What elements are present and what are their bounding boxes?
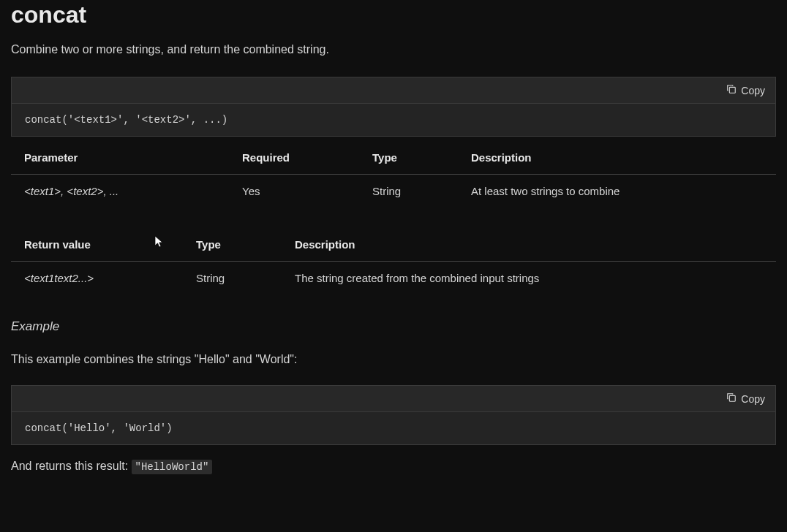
cell-description: At least two strings to combine: [458, 175, 776, 208]
cell-required: Yes: [229, 175, 359, 208]
copy-button[interactable]: Copy: [716, 387, 775, 411]
example-code: concat('Hello', 'World'): [12, 412, 775, 444]
table-row: <text1>, <text2>, ... Yes String At leas…: [11, 175, 776, 208]
copy-icon: [726, 392, 737, 405]
cell-return-value: <text1text2...>: [11, 262, 183, 295]
svg-rect-1: [730, 395, 736, 401]
code-header: Copy: [12, 386, 775, 412]
table-header-row: Parameter Required Type Description: [11, 141, 776, 175]
col-parameter: Parameter: [11, 141, 229, 175]
cell-description: The string created from the combined inp…: [282, 262, 776, 295]
svg-rect-0: [730, 87, 736, 93]
col-type: Type: [183, 228, 282, 262]
table-header-row: Return value Type Description: [11, 228, 776, 262]
code-header: Copy: [12, 77, 775, 104]
cell-type: String: [183, 262, 282, 295]
table-row: <text1text2...> String The string create…: [11, 262, 776, 295]
copy-button[interactable]: Copy: [716, 78, 775, 102]
col-type: Type: [359, 141, 458, 175]
cell-type: String: [359, 175, 458, 208]
example-heading: Example: [11, 319, 776, 334]
example-code-block: Copy concat('Hello', 'World'): [11, 385, 776, 445]
cell-parameter: <text1>, <text2>, ...: [11, 175, 229, 208]
example-intro: This example combines the strings "Hello…: [11, 353, 776, 366]
col-description: Description: [282, 228, 776, 262]
col-required: Required: [229, 141, 359, 175]
result-prefix: And returns this result:: [11, 460, 132, 472]
parameters-table: Parameter Required Type Description <tex…: [11, 141, 776, 208]
col-return-value: Return value: [11, 228, 183, 262]
syntax-code-block: Copy concat('<text1>', '<text2>', ...): [11, 77, 776, 137]
intro-paragraph: Combine two or more strings, and return …: [11, 43, 776, 56]
result-value: "HelloWorld": [132, 460, 213, 474]
result-line: And returns this result: "HelloWorld": [11, 460, 776, 473]
copy-label: Copy: [741, 393, 765, 405]
page-title: concat: [11, 1, 776, 28]
return-table: Return value Type Description <text1text…: [11, 228, 776, 294]
copy-label: Copy: [741, 85, 765, 96]
copy-icon: [726, 84, 737, 96]
col-description: Description: [458, 141, 776, 175]
syntax-code: concat('<text1>', '<text2>', ...): [12, 104, 775, 136]
